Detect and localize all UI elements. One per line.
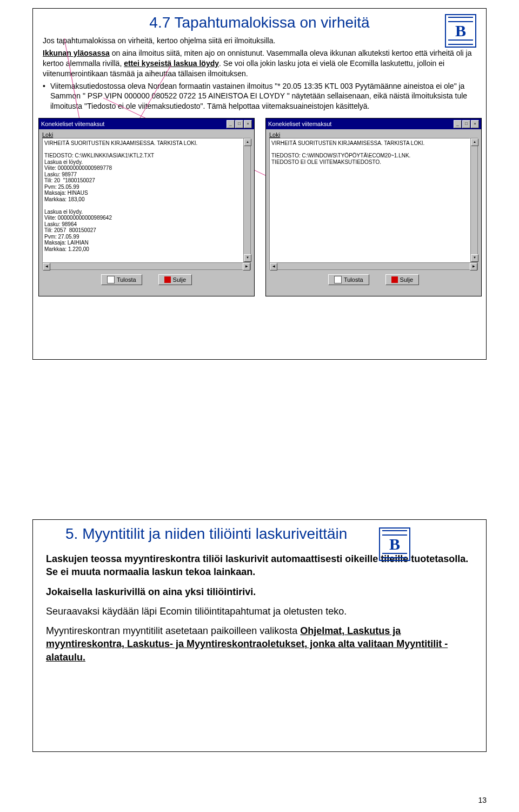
para-1: Jos tapahtumalokissa on virheitä, kertoo… bbox=[43, 36, 476, 46]
log-textarea-right[interactable]: VIRHEITÄ SUORITUSTEN KIRJAAMISESSA. TARK… bbox=[269, 138, 470, 262]
para-3: Seuraavaksi käydään läpi Ecomin tiliöint… bbox=[46, 605, 473, 618]
slide1-body: Jos tapahtumalokissa on virheitä, kertoo… bbox=[33, 36, 486, 111]
scroll-up-icon[interactable]: ▲ bbox=[244, 138, 251, 146]
loki-label: Loki bbox=[266, 129, 481, 138]
close-button[interactable]: Sulje bbox=[158, 274, 192, 285]
window-left: Konekieliset viitemaksut _ □ × Loki VIRH… bbox=[38, 118, 255, 296]
scroll-down-icon[interactable]: ▼ bbox=[244, 254, 251, 262]
logo-icon: B bbox=[379, 527, 410, 561]
button-row: Tulosta Sulje bbox=[39, 271, 254, 288]
button-row: Tulosta Sulje bbox=[266, 271, 481, 288]
para-2: Ikkunan yläosassa on aina ilmoitus siitä… bbox=[43, 48, 476, 79]
minimize-icon[interactable]: _ bbox=[227, 120, 235, 128]
scroll-left-icon[interactable]: ◀ bbox=[43, 263, 50, 270]
logo-icon: B bbox=[445, 14, 476, 48]
slide-title: 4.7 Tapahtumalokissa on virheitä bbox=[33, 14, 486, 31]
scroll-right-icon[interactable]: ▶ bbox=[243, 263, 250, 270]
slide-title: 5. Myyntitilit ja niiden tiliöinti lasku… bbox=[33, 525, 486, 543]
scrollbar-horizontal[interactable]: ◀ ▶ bbox=[42, 262, 251, 270]
close-button[interactable]: Sulje bbox=[385, 274, 419, 285]
page-number: 13 bbox=[478, 796, 487, 804]
window-title: Konekieliset viitemaksut bbox=[41, 121, 104, 127]
scrollbar-horizontal[interactable]: ◀ ▶ bbox=[269, 262, 478, 270]
titlebar[interactable]: Konekieliset viitemaksut _ □ × bbox=[266, 118, 481, 129]
scrollbar-vertical[interactable]: ▲ ▼ bbox=[243, 138, 251, 262]
para-2: Jokaisella laskurivillä on aina yksi til… bbox=[46, 585, 473, 598]
scroll-right-icon[interactable]: ▶ bbox=[470, 263, 477, 270]
para-4: Myyntireskontran myyntitilit asetetaan p… bbox=[46, 624, 473, 664]
print-button[interactable]: Tulosta bbox=[101, 274, 142, 285]
scrollbar-vertical[interactable]: ▲ ▼ bbox=[470, 138, 478, 262]
close-icon[interactable]: × bbox=[471, 120, 479, 128]
close-icon[interactable]: × bbox=[244, 120, 252, 128]
close-square-icon bbox=[164, 276, 171, 283]
slide2-body: Laskujen teossa myyntireskontra tiliöi l… bbox=[33, 547, 486, 664]
scroll-up-icon[interactable]: ▲ bbox=[471, 138, 478, 146]
printer-icon bbox=[107, 276, 115, 283]
slide-2: B 5. Myyntitilit ja niiden tiliöinti las… bbox=[32, 519, 487, 752]
window-title: Konekieliset viitemaksut bbox=[268, 121, 331, 127]
slide-1: B 4.7 Tapahtumalokissa on virheitä Jos t… bbox=[32, 8, 487, 360]
bullet-1: • Viitemaksutiedostossa oleva Nordean fo… bbox=[43, 81, 476, 112]
window-buttons: _ □ × bbox=[227, 120, 252, 128]
window-right: Konekieliset viitemaksut _ □ × Loki VIRH… bbox=[265, 118, 482, 296]
close-square-icon bbox=[391, 276, 398, 283]
minimize-icon[interactable]: _ bbox=[454, 120, 462, 128]
screenshot-area: Konekieliset viitemaksut _ □ × Loki VIRH… bbox=[33, 118, 486, 313]
maximize-icon[interactable]: □ bbox=[235, 120, 243, 128]
log-textarea-left[interactable]: VIRHEITÄ SUORITUSTEN KIRJAAMISESSA. TARK… bbox=[42, 138, 243, 262]
maximize-icon[interactable]: □ bbox=[462, 120, 470, 128]
titlebar[interactable]: Konekieliset viitemaksut _ □ × bbox=[39, 118, 254, 129]
print-button[interactable]: Tulosta bbox=[328, 274, 369, 285]
scroll-down-icon[interactable]: ▼ bbox=[471, 254, 478, 262]
printer-icon bbox=[334, 276, 342, 283]
scroll-left-icon[interactable]: ◀ bbox=[270, 263, 277, 270]
loki-label: Loki bbox=[39, 129, 254, 138]
window-buttons: _ □ × bbox=[454, 120, 479, 128]
